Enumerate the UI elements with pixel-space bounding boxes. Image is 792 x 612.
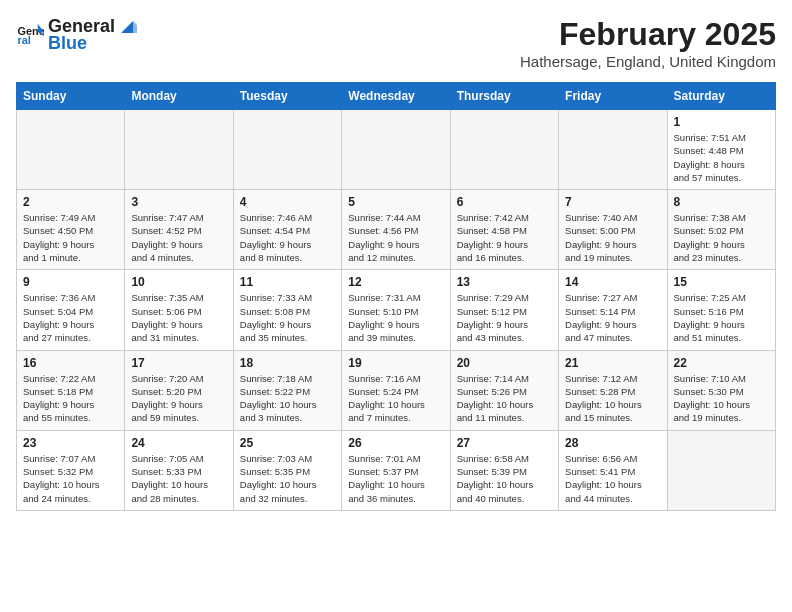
day-info: Sunrise: 7:31 AM Sunset: 5:10 PM Dayligh… <box>348 291 443 344</box>
day-info: Sunrise: 7:29 AM Sunset: 5:12 PM Dayligh… <box>457 291 552 344</box>
day-number: 10 <box>131 275 226 289</box>
day-number: 24 <box>131 436 226 450</box>
day-number: 1 <box>674 115 769 129</box>
svg-marker-4 <box>121 21 133 33</box>
day-number: 4 <box>240 195 335 209</box>
calendar-cell: 19Sunrise: 7:16 AM Sunset: 5:24 PM Dayli… <box>342 350 450 430</box>
day-info: Sunrise: 7:33 AM Sunset: 5:08 PM Dayligh… <box>240 291 335 344</box>
day-number: 14 <box>565 275 660 289</box>
day-info: Sunrise: 7:36 AM Sunset: 5:04 PM Dayligh… <box>23 291 118 344</box>
day-info: Sunrise: 7:20 AM Sunset: 5:20 PM Dayligh… <box>131 372 226 425</box>
day-number: 17 <box>131 356 226 370</box>
calendar-cell: 9Sunrise: 7:36 AM Sunset: 5:04 PM Daylig… <box>17 270 125 350</box>
day-info: Sunrise: 7:42 AM Sunset: 4:58 PM Dayligh… <box>457 211 552 264</box>
calendar-cell <box>667 430 775 510</box>
day-info: Sunrise: 7:38 AM Sunset: 5:02 PM Dayligh… <box>674 211 769 264</box>
page-header: Gene ral General Blue February 2025 Hath… <box>16 16 776 70</box>
day-number: 3 <box>131 195 226 209</box>
day-number: 8 <box>674 195 769 209</box>
calendar-cell: 5Sunrise: 7:44 AM Sunset: 4:56 PM Daylig… <box>342 190 450 270</box>
calendar-cell: 16Sunrise: 7:22 AM Sunset: 5:18 PM Dayli… <box>17 350 125 430</box>
day-info: Sunrise: 7:35 AM Sunset: 5:06 PM Dayligh… <box>131 291 226 344</box>
day-number: 6 <box>457 195 552 209</box>
day-number: 13 <box>457 275 552 289</box>
calendar-week-row: 9Sunrise: 7:36 AM Sunset: 5:04 PM Daylig… <box>17 270 776 350</box>
day-info: Sunrise: 7:47 AM Sunset: 4:52 PM Dayligh… <box>131 211 226 264</box>
day-number: 23 <box>23 436 118 450</box>
day-number: 22 <box>674 356 769 370</box>
calendar-cell: 13Sunrise: 7:29 AM Sunset: 5:12 PM Dayli… <box>450 270 558 350</box>
calendar-week-row: 1Sunrise: 7:51 AM Sunset: 4:48 PM Daylig… <box>17 110 776 190</box>
day-info: Sunrise: 7:07 AM Sunset: 5:32 PM Dayligh… <box>23 452 118 505</box>
calendar-cell: 6Sunrise: 7:42 AM Sunset: 4:58 PM Daylig… <box>450 190 558 270</box>
day-number: 5 <box>348 195 443 209</box>
calendar-cell: 17Sunrise: 7:20 AM Sunset: 5:20 PM Dayli… <box>125 350 233 430</box>
location-subtitle: Hathersage, England, United Kingdom <box>520 53 776 70</box>
column-header-wednesday: Wednesday <box>342 83 450 110</box>
day-number: 18 <box>240 356 335 370</box>
logo-triangle-icon <box>117 17 137 37</box>
calendar-cell: 7Sunrise: 7:40 AM Sunset: 5:00 PM Daylig… <box>559 190 667 270</box>
month-title: February 2025 <box>520 16 776 53</box>
day-info: Sunrise: 7:46 AM Sunset: 4:54 PM Dayligh… <box>240 211 335 264</box>
calendar-cell: 4Sunrise: 7:46 AM Sunset: 4:54 PM Daylig… <box>233 190 341 270</box>
day-info: Sunrise: 7:22 AM Sunset: 5:18 PM Dayligh… <box>23 372 118 425</box>
day-info: Sunrise: 7:12 AM Sunset: 5:28 PM Dayligh… <box>565 372 660 425</box>
day-number: 7 <box>565 195 660 209</box>
calendar-cell: 28Sunrise: 6:56 AM Sunset: 5:41 PM Dayli… <box>559 430 667 510</box>
day-info: Sunrise: 7:49 AM Sunset: 4:50 PM Dayligh… <box>23 211 118 264</box>
column-header-monday: Monday <box>125 83 233 110</box>
column-header-friday: Friday <box>559 83 667 110</box>
calendar-cell: 11Sunrise: 7:33 AM Sunset: 5:08 PM Dayli… <box>233 270 341 350</box>
calendar-cell <box>450 110 558 190</box>
calendar-cell: 18Sunrise: 7:18 AM Sunset: 5:22 PM Dayli… <box>233 350 341 430</box>
calendar-header-row: SundayMondayTuesdayWednesdayThursdayFrid… <box>17 83 776 110</box>
logo-icon: Gene ral <box>16 21 44 49</box>
calendar-cell: 10Sunrise: 7:35 AM Sunset: 5:06 PM Dayli… <box>125 270 233 350</box>
day-info: Sunrise: 7:44 AM Sunset: 4:56 PM Dayligh… <box>348 211 443 264</box>
day-info: Sunrise: 7:10 AM Sunset: 5:30 PM Dayligh… <box>674 372 769 425</box>
calendar-cell: 12Sunrise: 7:31 AM Sunset: 5:10 PM Dayli… <box>342 270 450 350</box>
day-number: 12 <box>348 275 443 289</box>
calendar-week-row: 23Sunrise: 7:07 AM Sunset: 5:32 PM Dayli… <box>17 430 776 510</box>
day-info: Sunrise: 7:05 AM Sunset: 5:33 PM Dayligh… <box>131 452 226 505</box>
day-info: Sunrise: 7:40 AM Sunset: 5:00 PM Dayligh… <box>565 211 660 264</box>
calendar-cell: 14Sunrise: 7:27 AM Sunset: 5:14 PM Dayli… <box>559 270 667 350</box>
day-info: Sunrise: 7:25 AM Sunset: 5:16 PM Dayligh… <box>674 291 769 344</box>
column-header-tuesday: Tuesday <box>233 83 341 110</box>
logo: Gene ral General Blue <box>16 16 137 54</box>
day-info: Sunrise: 7:51 AM Sunset: 4:48 PM Dayligh… <box>674 131 769 184</box>
calendar-week-row: 2Sunrise: 7:49 AM Sunset: 4:50 PM Daylig… <box>17 190 776 270</box>
calendar-cell: 20Sunrise: 7:14 AM Sunset: 5:26 PM Dayli… <box>450 350 558 430</box>
calendar-cell: 21Sunrise: 7:12 AM Sunset: 5:28 PM Dayli… <box>559 350 667 430</box>
day-info: Sunrise: 7:14 AM Sunset: 5:26 PM Dayligh… <box>457 372 552 425</box>
day-number: 2 <box>23 195 118 209</box>
day-info: Sunrise: 6:56 AM Sunset: 5:41 PM Dayligh… <box>565 452 660 505</box>
calendar-cell: 1Sunrise: 7:51 AM Sunset: 4:48 PM Daylig… <box>667 110 775 190</box>
calendar-cell <box>342 110 450 190</box>
calendar-cell: 22Sunrise: 7:10 AM Sunset: 5:30 PM Dayli… <box>667 350 775 430</box>
day-number: 16 <box>23 356 118 370</box>
calendar-cell: 24Sunrise: 7:05 AM Sunset: 5:33 PM Dayli… <box>125 430 233 510</box>
day-number: 11 <box>240 275 335 289</box>
calendar-cell: 15Sunrise: 7:25 AM Sunset: 5:16 PM Dayli… <box>667 270 775 350</box>
day-number: 27 <box>457 436 552 450</box>
calendar-cell: 23Sunrise: 7:07 AM Sunset: 5:32 PM Dayli… <box>17 430 125 510</box>
day-info: Sunrise: 7:16 AM Sunset: 5:24 PM Dayligh… <box>348 372 443 425</box>
day-info: Sunrise: 7:18 AM Sunset: 5:22 PM Dayligh… <box>240 372 335 425</box>
day-info: Sunrise: 7:01 AM Sunset: 5:37 PM Dayligh… <box>348 452 443 505</box>
svg-marker-5 <box>133 21 137 33</box>
column-header-saturday: Saturday <box>667 83 775 110</box>
title-block: February 2025 Hathersage, England, Unite… <box>520 16 776 70</box>
calendar-week-row: 16Sunrise: 7:22 AM Sunset: 5:18 PM Dayli… <box>17 350 776 430</box>
calendar-cell: 8Sunrise: 7:38 AM Sunset: 5:02 PM Daylig… <box>667 190 775 270</box>
day-number: 15 <box>674 275 769 289</box>
calendar-cell <box>17 110 125 190</box>
calendar-cell <box>233 110 341 190</box>
svg-text:ral: ral <box>18 34 31 46</box>
calendar-cell: 27Sunrise: 6:58 AM Sunset: 5:39 PM Dayli… <box>450 430 558 510</box>
day-number: 26 <box>348 436 443 450</box>
day-number: 25 <box>240 436 335 450</box>
day-number: 20 <box>457 356 552 370</box>
calendar-cell: 2Sunrise: 7:49 AM Sunset: 4:50 PM Daylig… <box>17 190 125 270</box>
